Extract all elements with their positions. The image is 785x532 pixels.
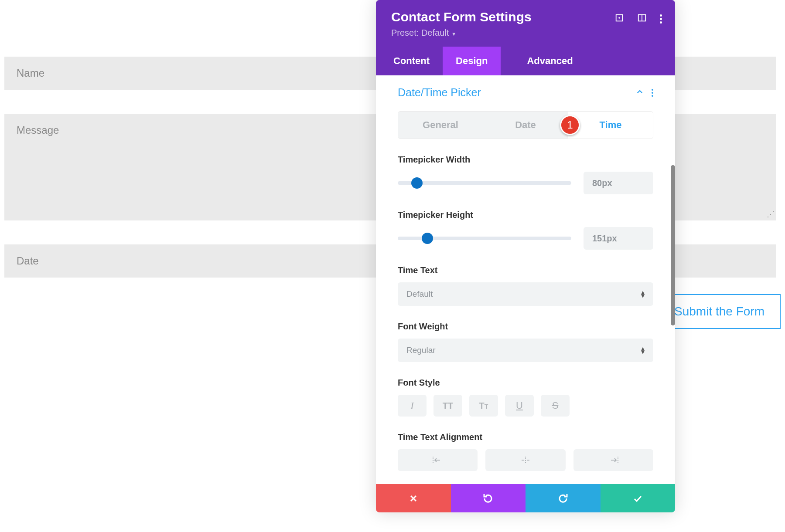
tpwidth-label: Timepicker Width	[398, 155, 653, 165]
header-icons	[614, 13, 662, 24]
scrollbar[interactable]	[671, 165, 675, 325]
smallcaps-button[interactable]: TT	[469, 395, 498, 417]
expand-icon[interactable]	[614, 13, 624, 24]
panel-footer	[376, 484, 675, 512]
annotation-badge: 1	[560, 115, 580, 135]
uppercase-button[interactable]: TT	[433, 395, 462, 417]
tpwidth-value[interactable]: 80px	[584, 172, 653, 194]
timetext-select[interactable]: Default ▴▾	[398, 282, 653, 306]
section-title[interactable]: Date/Time Picker	[398, 86, 481, 99]
preset-selector[interactable]: Preset: Default ▼	[391, 28, 660, 38]
panel-tabs: Content Design Advanced	[376, 47, 675, 75]
slider-thumb-icon[interactable]	[422, 233, 433, 244]
align-center-button[interactable]	[485, 449, 565, 471]
redo-button[interactable]	[526, 484, 601, 512]
settings-panel: Contact Form Settings Preset: Default ▼ …	[376, 0, 675, 512]
fontweight-select[interactable]: Regular ▴▾	[398, 339, 653, 362]
tab-design[interactable]: Design	[443, 47, 501, 75]
select-arrows-icon: ▴▾	[641, 347, 645, 354]
section-more-icon[interactable]	[652, 89, 653, 97]
subtab-date[interactable]: Date 1	[483, 112, 568, 139]
strikethrough-button[interactable]: S	[541, 395, 570, 417]
fontweight-label: Font Weight	[398, 322, 653, 332]
timetext-label: Time Text	[398, 265, 653, 275]
slider-thumb-icon[interactable]	[411, 177, 423, 189]
submit-button[interactable]: Submit the Form	[658, 294, 781, 329]
cancel-button[interactable]	[376, 484, 451, 512]
tab-advanced[interactable]: Advanced	[501, 47, 586, 75]
tpheight-slider[interactable]	[398, 237, 571, 240]
confirm-button[interactable]	[601, 484, 676, 512]
panel-header: Contact Form Settings Preset: Default ▼	[376, 0, 675, 47]
tab-content[interactable]: Content	[376, 47, 443, 75]
tpheight-label: Timepicker Height	[398, 210, 653, 220]
subtabs: General Date 1 Time	[398, 111, 653, 139]
more-icon[interactable]	[660, 14, 662, 24]
tpheight-value[interactable]: 151px	[584, 227, 653, 250]
subtab-general[interactable]: General	[398, 112, 483, 139]
columns-icon[interactable]	[637, 13, 647, 24]
fontstyle-label: Font Style	[398, 378, 653, 388]
tpwidth-slider[interactable]	[398, 181, 571, 185]
italic-button[interactable]: I	[398, 395, 427, 417]
panel-body: Date/Time Picker General Date 1 Time Tim…	[376, 75, 675, 471]
select-arrows-icon: ▴▾	[641, 291, 645, 298]
chevron-down-icon: ▼	[451, 31, 457, 37]
align-right-button[interactable]	[573, 449, 653, 471]
subtab-time[interactable]: Time	[568, 112, 653, 139]
message-placeholder: Message	[17, 124, 59, 136]
svg-point-1	[618, 17, 620, 19]
chevron-up-icon[interactable]	[636, 88, 644, 98]
alignment-label: Time Text Alignment	[398, 432, 653, 442]
underline-button[interactable]: U	[505, 395, 534, 417]
undo-button[interactable]	[451, 484, 526, 512]
resize-handle-icon[interactable]: ⋰	[767, 209, 775, 219]
align-left-button[interactable]	[398, 449, 478, 471]
